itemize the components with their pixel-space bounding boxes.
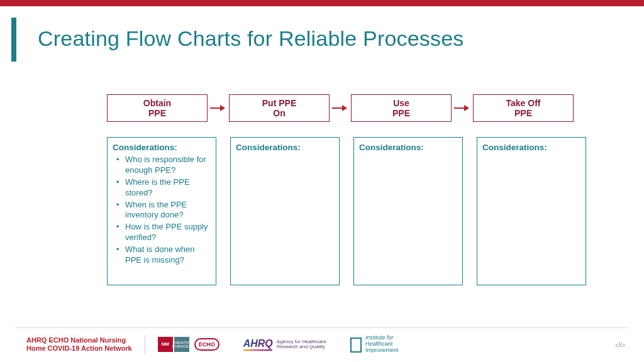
ahrq-logo: AHRQ Agency for Healthcare Research and … xyxy=(243,338,326,351)
list-item: Where is the PPE stored? xyxy=(115,177,211,199)
arrow-icon xyxy=(454,105,470,111)
step-line2: PPE xyxy=(514,108,532,118)
program-name: AHRQ ECHO National Nursing Home COVID-19… xyxy=(26,336,132,353)
considerations-box-4: Considerations: xyxy=(477,137,586,285)
echo-badge-icon: ECHO xyxy=(194,338,219,351)
ahrq-underline-icon xyxy=(243,349,272,351)
step-take-off-ppe: Take Off PPE xyxy=(473,94,574,122)
ahrq-subtitle: Agency for Healthcare Research and Quali… xyxy=(277,339,326,349)
ihi-line3: Improvement xyxy=(365,348,399,354)
process-flow-row: Obtain PPE Put PPE On Use PPE Take Off P… xyxy=(107,94,606,122)
list-item: When is the PPE inventory done? xyxy=(115,200,211,221)
step-obtain-ppe: Obtain PPE xyxy=(107,94,208,122)
considerations-box-2: Considerations: xyxy=(230,137,340,285)
list-item: How is the PPE supply verified? xyxy=(115,222,211,243)
arrow-icon xyxy=(210,105,226,111)
page-number: ‹#› xyxy=(615,340,625,349)
ihi-icon xyxy=(350,337,362,351)
logo-group: NM HEALTH SCIENCES ECHO AHRQ Agency for … xyxy=(158,335,399,354)
step-line1: Put PPE xyxy=(262,98,296,108)
considerations-title: Considerations: xyxy=(482,143,580,152)
considerations-title: Considerations: xyxy=(359,143,457,152)
ahrq-sub2: Research and Quality xyxy=(277,344,326,349)
considerations-box-1: Considerations: Who is responsible for e… xyxy=(107,137,216,285)
arrow-icon xyxy=(332,105,348,111)
step-line1: Obtain xyxy=(143,98,171,108)
step-line2: PPE xyxy=(392,108,410,118)
considerations-list: Who is responsible for enough PPE? Where… xyxy=(113,155,211,266)
unm-icon: NM HEALTH SCIENCES xyxy=(158,337,189,352)
top-accent-bar xyxy=(0,0,644,6)
step-line1: Take Off xyxy=(506,98,541,108)
ihi-logo: Institute for Healthcare Improvement xyxy=(350,335,399,354)
considerations-row: Considerations: Who is responsible for e… xyxy=(107,137,586,285)
ahrq-wordmark: AHRQ xyxy=(243,338,273,349)
footer-divider xyxy=(15,327,629,328)
list-item: Who is responsible for enough PPE? xyxy=(115,155,211,176)
program-line2: Home COVID-19 Action Network xyxy=(26,344,132,352)
unm-sci-text: SCIENCES xyxy=(172,344,191,348)
step-line2: PPE xyxy=(148,108,166,118)
footer-separator xyxy=(145,335,145,354)
considerations-title: Considerations: xyxy=(113,143,211,152)
step-use-ppe: Use PPE xyxy=(351,94,452,122)
footer: AHRQ ECHO National Nursing Home COVID-19… xyxy=(26,332,625,357)
step-line1: Use xyxy=(393,98,409,108)
page-title: Creating Flow Charts for Reliable Proces… xyxy=(38,26,464,51)
considerations-title: Considerations: xyxy=(236,143,334,152)
step-line2: On xyxy=(273,108,285,118)
considerations-box-3: Considerations: xyxy=(353,137,463,285)
unm-red-square: NM xyxy=(158,337,173,352)
step-put-ppe-on: Put PPE On xyxy=(229,94,330,122)
list-item: What is done when PPE is missing? xyxy=(115,244,211,266)
unm-teal-square: HEALTH SCIENCES xyxy=(174,337,189,352)
unm-echo-logo: NM HEALTH SCIENCES ECHO xyxy=(158,337,219,352)
program-line1: AHRQ ECHO National Nursing xyxy=(26,336,126,344)
title-accent-bar xyxy=(11,18,16,62)
ihi-text: Institute for Healthcare Improvement xyxy=(365,335,399,354)
